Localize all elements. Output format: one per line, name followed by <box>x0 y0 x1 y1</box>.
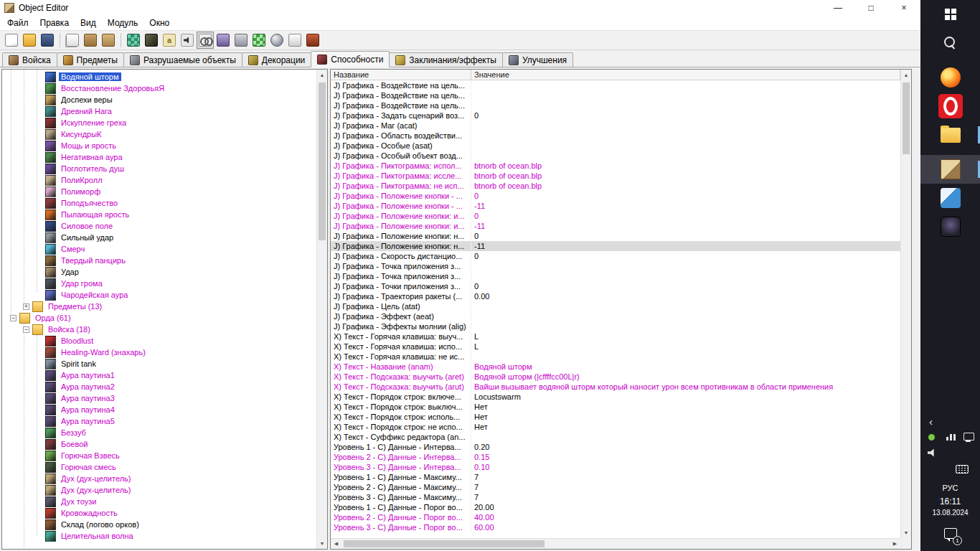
tab-doodads[interactable]: Декорации <box>242 52 312 67</box>
property-row[interactable]: J) Графика - Положение кнопки: н...0 <box>331 231 900 241</box>
collapse-icon[interactable]: − <box>10 315 17 321</box>
properties-vertical-scrollbar[interactable] <box>900 70 911 538</box>
export-button[interactable] <box>286 32 303 49</box>
menu-item[interactable]: Модуль <box>102 17 144 29</box>
tree-item[interactable]: Склад (логово орков) <box>2 519 316 530</box>
paste-button[interactable] <box>82 32 99 49</box>
property-row[interactable]: X) Текст - Горячая клавиша: выуч...L <box>331 331 900 342</box>
tree-item[interactable]: Поподъячество <box>2 197 316 209</box>
scroll-thumb[interactable] <box>319 83 326 240</box>
property-row[interactable]: J) Графика - Пиктограмма: испол...btnorb… <box>331 161 900 171</box>
weapp-taskbar-button[interactable] <box>920 155 980 184</box>
property-row[interactable]: J) Графика - Воздействие на цель... <box>331 80 900 90</box>
speaker-button[interactable] <box>179 32 196 49</box>
property-row[interactable]: J) Графика - Воздействие на цель... <box>331 90 900 100</box>
tree-item[interactable]: Spirit tank <box>2 358 316 369</box>
property-row[interactable]: J) Графика - Точка приложения з... <box>331 261 900 271</box>
tab-units[interactable]: Войска <box>2 52 57 67</box>
tree-folder[interactable]: −Войска (18) <box>2 324 316 335</box>
tree-folder[interactable]: −Орда (61) <box>2 312 316 324</box>
tree-item[interactable]: Сильный удар <box>2 232 316 243</box>
close-button[interactable]: × <box>887 0 920 16</box>
property-row[interactable]: J) Графика - Эффекты молнии (alig) <box>331 321 900 331</box>
property-row[interactable]: Уровень 3 - С) Данные - Интерва...0.10 <box>331 462 900 472</box>
copy-button[interactable] <box>64 32 81 49</box>
property-row[interactable]: J) Графика - Пиктограмма: не исп...btnor… <box>331 181 900 191</box>
tree-item[interactable]: Кровожадность <box>2 507 316 519</box>
tree-item[interactable]: Искупление греха <box>2 117 316 128</box>
property-row[interactable]: J) Графика - Маг (acat) <box>331 121 900 131</box>
property-row[interactable]: X) Текст - Горячая клавиша: испо...L <box>331 342 900 352</box>
property-row[interactable]: J) Графика - Особый объект возд... <box>331 151 900 161</box>
clock-time[interactable]: 16:11 <box>920 496 980 507</box>
tree-item[interactable]: Аура паутина3 <box>2 392 316 404</box>
property-row[interactable]: Уровень 3 - С) Данные - Максиму...7 <box>331 492 900 502</box>
tab-upgrades[interactable]: Улучшения <box>502 52 573 67</box>
tree-item[interactable]: Аура паутина5 <box>2 415 316 427</box>
property-row[interactable]: X) Текст - Порядок строк: исполь...Нет <box>331 412 900 422</box>
property-row[interactable]: J) Графика - Положение кнопки: н...-11 <box>331 241 900 251</box>
object-manager-button[interactable] <box>250 32 268 49</box>
property-row[interactable]: Уровень 1 - С) Данные - Интерва...0.20 <box>331 442 900 452</box>
property-row[interactable]: X) Текст - Порядок строк: не испо...Нет <box>331 422 900 432</box>
maximize-button[interactable]: □ <box>854 0 887 16</box>
open-map-button[interactable] <box>21 32 38 49</box>
property-row[interactable]: J) Графика - Воздействие на цель... <box>331 100 900 110</box>
tree-item[interactable]: Дух тоузи <box>2 496 316 507</box>
property-row[interactable]: X) Текст - Горячая клавиша: не ис... <box>331 352 900 362</box>
scroll-up-arrow[interactable] <box>317 70 327 80</box>
property-row[interactable]: J) Графика - Скорость дистанцио...0 <box>331 251 900 261</box>
language-indicator[interactable]: РУС <box>920 484 980 492</box>
tree-item[interactable]: Дух (дух-целитель) <box>2 484 316 496</box>
ai-editor-button[interactable] <box>232 32 250 49</box>
properties-horizontal-scrollbar[interactable] <box>331 538 900 549</box>
menu-item[interactable]: Вид <box>75 17 102 29</box>
hidden-icons-chevron[interactable] <box>920 416 980 429</box>
tree-item[interactable]: Чародейская аура <box>2 289 316 301</box>
tree-item[interactable]: Восстановление ЗдоровьяЯ <box>2 83 316 94</box>
tree-item[interactable]: Целительная волна <box>2 530 316 542</box>
property-row[interactable]: Уровень 3 - С) Данные - Порог во...60.00 <box>331 522 900 532</box>
tree-item[interactable]: Пылающая ярость <box>2 209 316 220</box>
tree-item[interactable]: Смерч <box>2 243 316 255</box>
property-row[interactable]: J) Графика - Задать сценарий воз...0 <box>331 110 900 121</box>
clipboard-button[interactable] <box>100 32 117 49</box>
tree-item[interactable]: Bloodlust <box>2 335 316 347</box>
scroll-thumb[interactable] <box>344 540 545 547</box>
terrain-editor-button[interactable] <box>125 32 142 49</box>
import-manager-button[interactable] <box>268 32 286 49</box>
volume-icon[interactable] <box>926 447 938 458</box>
property-row[interactable]: X) Текст - Подсказка: выучить (arut)Вайш… <box>331 382 900 392</box>
tree-item[interactable]: Healing-Ward (знахарь) <box>2 347 316 358</box>
property-row[interactable]: J) Графика - Пиктограмма: иссле...btnorb… <box>331 171 900 181</box>
property-row[interactable]: J) Графика - Траектория ракеты (...0.00 <box>331 291 900 301</box>
property-row[interactable]: J) Графика - Эффект (aeat) <box>331 311 900 321</box>
firefox-taskbar-button[interactable] <box>920 63 980 92</box>
new-map-button[interactable] <box>3 32 20 49</box>
save-map-button[interactable] <box>39 32 56 49</box>
scroll-left-arrow[interactable] <box>331 539 341 549</box>
tab-items[interactable]: Предметы <box>57 52 124 67</box>
collapse-icon[interactable]: − <box>23 326 29 333</box>
tree-item[interactable]: Полиморф <box>2 186 316 197</box>
property-row[interactable]: X) Текст - Суффикс редактора (an... <box>331 432 900 442</box>
menu-item[interactable]: Правка <box>34 17 75 29</box>
property-row[interactable]: J) Графика - Точки приложения з...0 <box>331 281 900 291</box>
property-row[interactable]: J) Графика - Цель (atat) <box>331 301 900 311</box>
tree-item[interactable]: Аура паутина2 <box>2 381 316 392</box>
darkapp-taskbar-button[interactable] <box>920 212 980 241</box>
sound-editor-button[interactable] <box>161 32 178 49</box>
campaign-editor-button[interactable] <box>215 32 232 49</box>
tree-item[interactable]: Твердый панцирь <box>2 255 316 266</box>
tree-item[interactable]: ПолиКролл <box>2 174 316 186</box>
opera-taskbar-button[interactable] <box>920 92 980 121</box>
test-map-button[interactable] <box>304 32 321 49</box>
scroll-down-arrow[interactable] <box>901 527 911 538</box>
tree-item[interactable]: Аура паутина1 <box>2 369 316 381</box>
property-row[interactable]: Уровень 2 - С) Данные - Порог во...40.00 <box>331 512 900 522</box>
property-row[interactable]: Уровень 1 - С) Данные - Порог во...20.00 <box>331 502 900 512</box>
tree-item[interactable]: Негативная аура <box>2 151 316 163</box>
tree-item[interactable]: Доспехи веры <box>2 94 316 105</box>
property-row[interactable]: J) Графика - Положение кнопки - ...0 <box>331 191 900 201</box>
expand-icon[interactable]: + <box>23 303 29 310</box>
